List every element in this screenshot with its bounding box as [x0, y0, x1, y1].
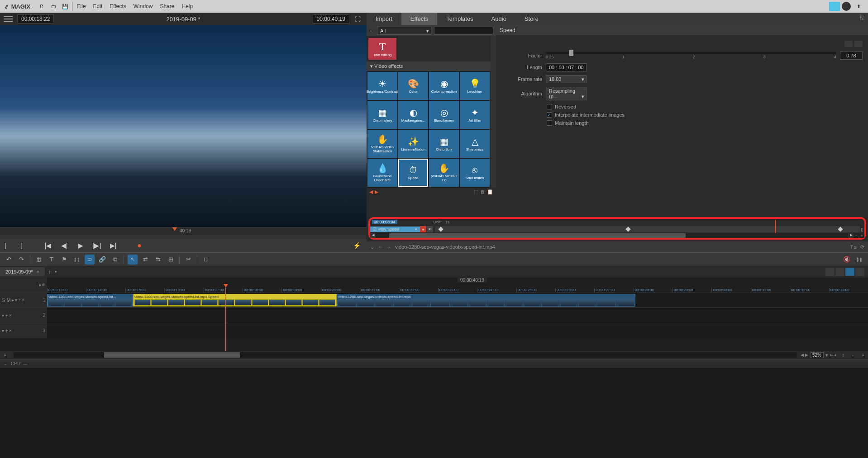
- panel-detach-icon[interactable]: ◱: [860, 14, 864, 25]
- open-folder-icon[interactable]: 🗀: [49, 2, 58, 11]
- preview-playhead-icon[interactable]: [172, 227, 177, 231]
- view-timeline-icon[interactable]: [845, 268, 854, 276]
- redo-icon[interactable]: ↷: [16, 255, 26, 264]
- fx-leuchten[interactable]: 💡Leuchten: [460, 72, 490, 100]
- track-body-3[interactable]: [47, 323, 868, 338]
- track-delete-icon[interactable]: ×: [9, 328, 12, 333]
- record-icon[interactable]: ●: [134, 240, 145, 251]
- track-header-2[interactable]: ▾ +× 2: [0, 308, 47, 323]
- tab-templates[interactable]: Templates: [437, 13, 482, 25]
- vscroll-collapse-icon[interactable]: ⌄: [4, 361, 7, 366]
- chapter-icon[interactable]: ⫿⫿: [72, 255, 82, 264]
- fx-color-correction[interactable]: ◉Color correction: [429, 72, 459, 100]
- video-effects-section[interactable]: ▾ Video effects: [367, 61, 491, 71]
- zoom-out-icon[interactable]: −: [848, 350, 858, 360]
- fx-prodad-mercalli[interactable]: ✋proDAD Mercalli 2.0: [429, 159, 459, 187]
- keyframe-marker[interactable]: [625, 227, 630, 231]
- fx-speed[interactable]: ⏱Speed: [398, 159, 428, 187]
- mute-icon[interactable]: 🔇: [842, 255, 852, 264]
- menu-help[interactable]: Help: [181, 3, 193, 9]
- fx-copy-icon[interactable]: 📋: [487, 189, 493, 195]
- upload-icon[interactable]: ⬆: [854, 2, 863, 11]
- undo-icon[interactable]: ↶: [4, 255, 14, 264]
- video-clip[interactable]: video-1280-seo-vegas-videofx-speed-int..…: [47, 294, 133, 307]
- snap-icon[interactable]: ⟮⟯: [201, 255, 211, 264]
- fx-shot-match[interactable]: ⎋Shot match: [460, 159, 490, 187]
- vzoom-icon[interactable]: ↕: [838, 350, 848, 360]
- tab-store[interactable]: Store: [515, 13, 548, 25]
- tab-effects[interactable]: Effects: [401, 13, 438, 25]
- keyframe-collapse-icon[interactable]: ▯: [860, 227, 864, 232]
- keyframe-lane[interactable]: [435, 226, 860, 232]
- keyframe-zoom-out-icon[interactable]: −: [854, 233, 859, 238]
- keyframe-timecode[interactable]: 00:00:03:04: [372, 220, 397, 224]
- view-multicam-icon[interactable]: [855, 268, 864, 276]
- fx-stanzformen[interactable]: ◎Stanzformen: [429, 101, 459, 129]
- fx-nav-back-icon[interactable]: ◀: [369, 189, 373, 195]
- mixer-icon[interactable]: ⫿⫿: [854, 255, 864, 264]
- fx-sharpness[interactable]: △Sharpness: [460, 130, 490, 158]
- effects-scrollbar[interactable]: [491, 36, 496, 188]
- preview-scrubber[interactable]: 40:19: [0, 227, 367, 235]
- multi-select-icon[interactable]: ⊞: [166, 255, 176, 264]
- menu-share[interactable]: Share: [160, 3, 174, 9]
- track-target-icon[interactable]: ▸: [12, 297, 14, 302]
- fx-art-filter[interactable]: ✦Art filter: [460, 101, 490, 129]
- view-storyboard-icon[interactable]: [825, 268, 835, 276]
- keyframe-eye-icon[interactable]: 👁: [427, 226, 433, 232]
- menu-file[interactable]: File: [77, 3, 86, 9]
- video-clip-selected[interactable]: video-1280-seo-vegas-videofx-speed-int.m…: [133, 294, 337, 307]
- title-tool-icon[interactable]: T: [47, 255, 57, 264]
- fx-lens-reflection[interactable]: ✨Linsenreflexion: [398, 130, 428, 158]
- link-icon[interactable]: 🔗: [97, 255, 107, 264]
- fx-brightness-contrast[interactable]: ☀Brightness/Contrast: [367, 72, 397, 100]
- fx-chroma-key[interactable]: ▦Chroma key: [367, 101, 397, 129]
- object-prev-icon[interactable]: ←: [378, 244, 383, 250]
- render-preview-icon[interactable]: ⚡: [351, 240, 362, 251]
- reversed-checkbox[interactable]: [547, 104, 552, 109]
- tab-import[interactable]: Import: [367, 13, 401, 25]
- keyframe-record-icon[interactable]: ●: [420, 226, 426, 232]
- fx-gaussian-blur[interactable]: 💧Gauss'sche Unschärfe: [367, 159, 397, 187]
- maintain-length-checkbox[interactable]: [547, 120, 552, 126]
- slip-tool-icon[interactable]: ⇆: [153, 255, 163, 264]
- menu-effects[interactable]: Effects: [110, 3, 126, 9]
- track-body-1[interactable]: video-1280-seo-vegas-videofx-speed-int..…: [47, 293, 868, 307]
- preview-expand-icon[interactable]: ⛶: [353, 14, 363, 24]
- track-master-options-icon[interactable]: ▸⚟: [39, 283, 45, 287]
- timeline-zoom[interactable]: 52%: [810, 352, 824, 358]
- view-scene-icon[interactable]: [835, 268, 844, 276]
- go-start-icon[interactable]: |◀: [43, 240, 53, 251]
- length-input[interactable]: 00 : 00 : 07 : 00: [546, 63, 587, 71]
- go-end-icon[interactable]: ▶|: [108, 240, 119, 251]
- new-file-icon[interactable]: 🗋: [37, 2, 46, 11]
- track-delete-icon[interactable]: ×: [9, 313, 12, 318]
- project-tab[interactable]: 2019-09-09* ×: [0, 267, 45, 276]
- mark-out-icon[interactable]: ]: [16, 240, 27, 251]
- timeline-playhead-icon[interactable]: [224, 284, 228, 288]
- zoom-fit-icon[interactable]: ⟷: [828, 350, 838, 360]
- track-header-3[interactable]: ▾ +× 3: [0, 323, 47, 338]
- keyframe-marker[interactable]: [439, 227, 444, 231]
- menu-window[interactable]: Window: [134, 3, 153, 9]
- fx-nav-fwd-icon[interactable]: ▶: [375, 189, 378, 195]
- add-track-icon[interactable]: +: [0, 350, 10, 360]
- keyframe-playhead[interactable]: [775, 220, 776, 233]
- timeline-h-scrollbar[interactable]: [14, 352, 797, 358]
- keyframe-zoom-in-icon[interactable]: +: [859, 233, 864, 238]
- title-editing-tile[interactable]: T Title editing: [368, 38, 396, 60]
- track-header-1[interactable]: S M ▸ ▾ +× 1: [0, 293, 47, 307]
- ripple-edit-icon[interactable]: ⇄: [140, 255, 150, 264]
- keyframe-marker[interactable]: [838, 227, 843, 231]
- fx-mask-generator[interactable]: ◐Maskengene...: [398, 101, 428, 129]
- project-tab-close-icon[interactable]: ×: [37, 269, 39, 274]
- timeline-ruler[interactable]: 00:00:40:19 00:00:13:0000:00:14:0000:00:…: [47, 278, 868, 292]
- play-range-icon[interactable]: [▶]: [91, 240, 102, 251]
- preview-menu-icon[interactable]: [4, 14, 13, 24]
- effects-search-input[interactable]: [434, 27, 493, 35]
- add-project-icon[interactable]: +: [45, 267, 55, 277]
- fx-vegas-stabilization[interactable]: ✋VEGAS Video Stabilization: [367, 130, 397, 158]
- framerate-select[interactable]: 18.83: [546, 75, 587, 83]
- interpolate-checkbox[interactable]: [547, 112, 552, 118]
- mark-in-icon[interactable]: [: [0, 240, 11, 251]
